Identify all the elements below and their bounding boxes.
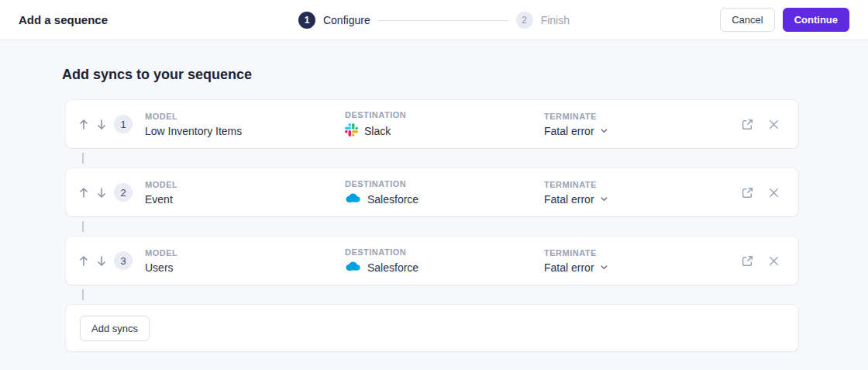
destination-column: DESTINATION Salesforce: [345, 179, 544, 206]
terminate-dropdown[interactable]: Fatal error: [544, 261, 741, 274]
chevron-down-icon: [600, 193, 608, 206]
cancel-button[interactable]: Cancel: [720, 8, 774, 33]
step-2-label: Finish: [541, 14, 570, 26]
model-column: MODEL Users: [145, 248, 345, 274]
destination-name: Salesforce: [367, 193, 418, 206]
arrow-up-icon[interactable]: [78, 187, 89, 199]
row-reorder-controls: 2: [78, 183, 145, 202]
terminate-value: Fatal error: [544, 193, 594, 206]
arrow-down-icon[interactable]: [96, 119, 107, 130]
external-link-icon[interactable]: [741, 118, 754, 131]
terminate-dropdown[interactable]: Fatal error: [544, 125, 741, 137]
destination-label: DESTINATION: [345, 110, 544, 119]
destination-value: Slack: [345, 123, 544, 139]
terminate-dropdown[interactable]: Fatal error: [544, 193, 741, 206]
close-icon[interactable]: [768, 255, 780, 267]
arrow-down-icon[interactable]: [96, 187, 107, 199]
row-number-badge: 2: [114, 183, 133, 202]
step-2-circle: 2: [516, 12, 533, 29]
destination-name: Salesforce: [367, 261, 418, 274]
terminate-label: TERMINATE: [544, 248, 741, 258]
sync-sequence-list: 1 MODEL Low Inventory Items DESTINATION: [66, 100, 798, 351]
model-name: Event: [145, 193, 345, 206]
destination-value: Salesforce: [345, 192, 544, 206]
continue-button[interactable]: Continue: [783, 8, 849, 33]
sequence-connector: [66, 216, 798, 237]
add-syncs-button[interactable]: Add syncs: [80, 316, 150, 341]
terminate-column: TERMINATE Fatal error: [544, 112, 741, 137]
model-column: MODEL Low Inventory Items: [145, 112, 345, 137]
salesforce-icon: [345, 261, 361, 275]
external-link-icon[interactable]: [741, 186, 754, 199]
destination-column: DESTINATION Slack: [345, 110, 544, 139]
row-actions: [741, 254, 780, 268]
close-icon[interactable]: [768, 187, 780, 199]
row-actions: [741, 186, 780, 199]
arrow-down-icon[interactable]: [96, 255, 107, 267]
model-label: MODEL: [145, 248, 345, 258]
connector-tick: [82, 153, 84, 164]
slack-icon: [345, 123, 358, 139]
model-name: Low Inventory Items: [145, 125, 345, 137]
step-1-circle: 1: [298, 12, 315, 29]
model-name: Users: [145, 261, 345, 274]
arrow-up-icon[interactable]: [78, 119, 89, 130]
salesforce-icon: [345, 192, 361, 206]
sequence-connector: [66, 285, 798, 305]
model-label: MODEL: [145, 112, 345, 121]
step-configure: 1 Configure: [298, 12, 370, 29]
chevron-down-icon: [600, 125, 608, 137]
terminate-value: Fatal error: [544, 125, 594, 137]
section-heading: Add syncs to your sequence: [62, 67, 868, 83]
chevron-down-icon: [600, 261, 608, 274]
model-label: MODEL: [145, 180, 345, 189]
row-number-badge: 1: [114, 115, 133, 133]
row-reorder-controls: 3: [78, 251, 145, 270]
connector-tick: [82, 289, 84, 300]
model-column: MODEL Event: [145, 180, 345, 206]
connector-tick: [82, 221, 84, 232]
terminate-label: TERMINATE: [544, 180, 741, 189]
top-bar: Add a sequence 1 Configure 2 Finish Canc…: [0, 0, 868, 40]
external-link-icon[interactable]: [741, 254, 754, 268]
terminate-column: TERMINATE Fatal error: [544, 180, 741, 206]
terminate-value: Fatal error: [544, 261, 594, 274]
destination-label: DESTINATION: [345, 179, 544, 188]
sync-row-2: 2 MODEL Event DESTINATION: [66, 168, 798, 216]
row-actions: [741, 118, 780, 131]
step-finish: 2 Finish: [516, 12, 570, 29]
add-syncs-card: Add syncs: [66, 305, 798, 351]
terminate-column: TERMINATE Fatal error: [544, 248, 741, 274]
stepper-connector-line: [378, 20, 508, 21]
close-icon[interactable]: [768, 119, 780, 130]
page-title: Add a sequence: [19, 13, 108, 26]
step-1-label: Configure: [323, 14, 370, 26]
arrow-up-icon[interactable]: [78, 255, 89, 267]
topbar-actions: Cancel Continue: [720, 8, 849, 33]
sync-row-1: 1 MODEL Low Inventory Items DESTINATION: [66, 100, 798, 148]
destination-column: DESTINATION Salesforce: [345, 247, 544, 275]
sequence-connector: [66, 148, 798, 168]
terminate-label: TERMINATE: [544, 112, 741, 121]
row-number-badge: 3: [114, 251, 133, 270]
stepper: 1 Configure 2 Finish: [298, 0, 570, 40]
destination-value: Salesforce: [345, 261, 544, 275]
destination-label: DESTINATION: [345, 247, 544, 257]
sync-row-3: 3 MODEL Users DESTINATION: [66, 237, 798, 285]
row-reorder-controls: 1: [78, 115, 145, 133]
add-sequence-page: Add a sequence 1 Configure 2 Finish Canc…: [0, 0, 868, 370]
destination-name: Slack: [364, 125, 391, 137]
